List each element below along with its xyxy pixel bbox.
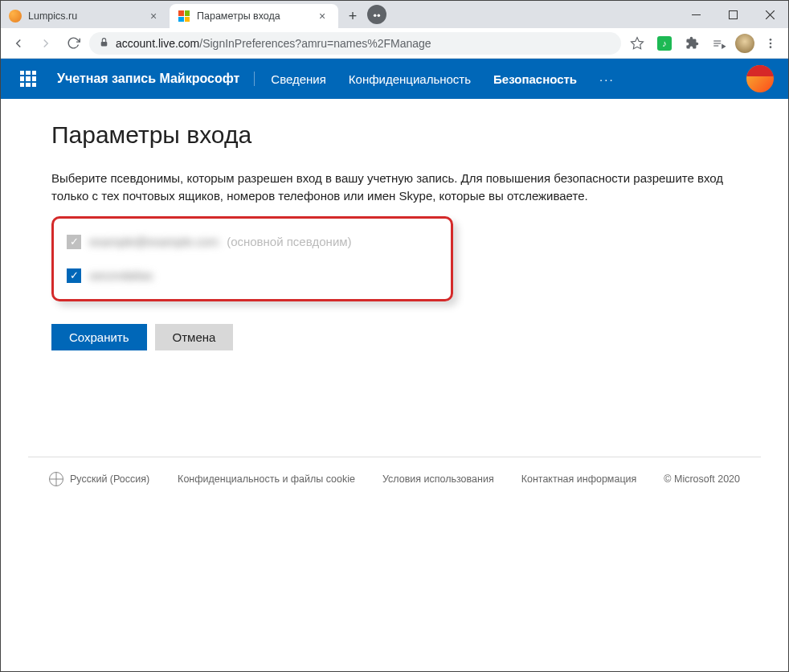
account-avatar[interactable] <box>746 65 774 92</box>
svg-rect-6 <box>101 41 108 45</box>
ms-account-header: Учетная запись Майкрософт Сведения Конфи… <box>1 59 788 99</box>
svg-marker-11 <box>722 44 726 48</box>
footer-privacy-link[interactable]: Конфиденциальность и файлы cookie <box>178 473 355 485</box>
footer-copyright: © Microsoft 2020 <box>664 473 740 485</box>
tab-title: Lumpics.ru <box>28 10 141 22</box>
page-title: Параметры входа <box>51 121 738 149</box>
extensions-icon[interactable] <box>681 32 703 55</box>
checkbox-disabled: ✓ <box>67 235 81 249</box>
menu-button[interactable] <box>759 32 782 55</box>
checkbox-checked[interactable]: ✓ <box>67 268 81 283</box>
alias-suffix: (основной псевдоним) <box>227 235 351 248</box>
favicon-microsoft <box>178 10 190 23</box>
svg-point-13 <box>770 42 772 44</box>
ms-nav: Сведения Конфиденциальность Безопасность… <box>271 72 614 86</box>
page-footer: Русский (Россия) Конфиденциальность и фа… <box>28 457 761 501</box>
page-content: Параметры входа Выберите псевдонимы, кот… <box>14 99 775 517</box>
url-text: account.live.com/SignInPreferences?amru=… <box>116 37 431 50</box>
footer-contact-link[interactable]: Контактная информация <box>521 473 637 485</box>
maximize-button[interactable] <box>714 1 751 28</box>
save-button[interactable]: Сохранить <box>51 324 147 350</box>
forward-button[interactable] <box>35 32 57 55</box>
footer-links: Конфиденциальность и файлы cookie Услови… <box>178 473 740 485</box>
close-window-button[interactable] <box>751 1 788 28</box>
svg-point-0 <box>374 14 377 17</box>
browser-tab-0[interactable]: Lumpics.ru × <box>1 4 170 28</box>
media-control-icon[interactable] <box>708 32 730 55</box>
nav-privacy[interactable]: Конфиденциальность <box>349 72 471 86</box>
svg-rect-3 <box>729 10 737 18</box>
svg-point-14 <box>770 46 772 48</box>
extension-music-icon[interactable]: ♪ <box>653 32 676 55</box>
browser-toolbar: account.live.com/SignInPreferences?amru=… <box>1 28 788 59</box>
window-controls <box>677 1 788 28</box>
alias-row-secondary: ✓ secondalias <box>67 259 438 288</box>
alias-highlight-box: ✓ example@example.com (основной псевдони… <box>51 216 453 301</box>
browser-titlebar: Lumpics.ru × Параметры входа × + <box>1 1 788 28</box>
lock-icon <box>99 37 109 50</box>
back-button[interactable] <box>7 32 30 55</box>
page-description: Выберите псевдонимы, которым разрешен вх… <box>51 170 738 205</box>
reload-button[interactable] <box>62 32 84 55</box>
footer-terms-link[interactable]: Условия использования <box>382 473 494 485</box>
minimize-button[interactable] <box>677 1 714 28</box>
incognito-indicator <box>367 5 386 24</box>
svg-point-1 <box>378 14 381 17</box>
favicon-lumpics <box>9 10 22 23</box>
globe-icon <box>49 472 63 486</box>
nav-security[interactable]: Безопасность <box>493 72 577 86</box>
browser-tab-1[interactable]: Параметры входа × <box>170 4 338 28</box>
alias-name-masked: secondalias <box>89 268 153 282</box>
svg-marker-7 <box>632 37 644 48</box>
language-selector[interactable]: Русский (Россия) <box>49 472 149 486</box>
tab-title: Параметры входа <box>197 10 309 22</box>
close-icon[interactable]: × <box>147 10 160 23</box>
new-tab-button[interactable]: + <box>341 5 364 27</box>
app-launcher-icon[interactable] <box>15 66 41 92</box>
cancel-button[interactable]: Отмена <box>155 324 234 350</box>
bookmark-star-icon[interactable] <box>626 32 648 55</box>
alias-name-masked: example@example.com <box>89 235 219 248</box>
language-label: Русский (Россия) <box>70 473 149 485</box>
nav-more-icon[interactable]: ··· <box>599 72 615 86</box>
close-icon[interactable]: × <box>316 10 329 23</box>
button-row: Сохранить Отмена <box>51 324 738 350</box>
nav-info[interactable]: Сведения <box>271 72 326 86</box>
profile-avatar[interactable] <box>735 34 754 53</box>
alias-row-primary: ✓ example@example.com (основной псевдони… <box>67 230 438 259</box>
address-bar[interactable]: account.live.com/SignInPreferences?amru=… <box>89 32 621 55</box>
svg-point-12 <box>770 39 772 41</box>
ms-brand-label[interactable]: Учетная запись Майкрософт <box>57 72 255 86</box>
